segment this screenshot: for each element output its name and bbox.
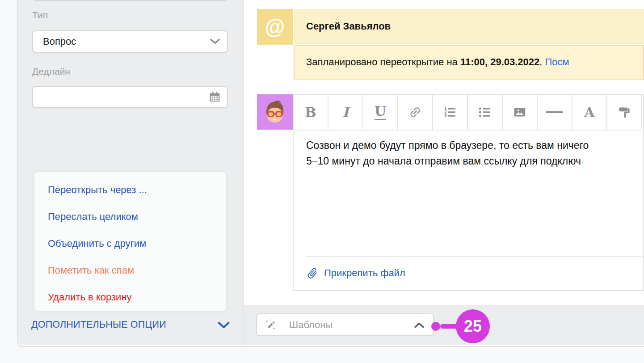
menu-item-merge-with-other[interactable]: Объединить с другим bbox=[34, 230, 226, 257]
at-icon: @ bbox=[265, 15, 285, 39]
reply-editor: B I U 123 bbox=[293, 94, 644, 291]
type-select[interactable]: Вопрос bbox=[32, 30, 228, 53]
deadline-field-label: Дедлайн bbox=[32, 66, 70, 77]
font-icon: A bbox=[584, 105, 594, 120]
ordered-list-button[interactable]: 123 bbox=[433, 95, 468, 130]
type-select-value: Вопрос bbox=[43, 31, 76, 52]
scheduled-reopen-notice: Запланировано переоткрытие на 11:00, 29.… bbox=[294, 45, 644, 80]
editor-toolbar: B I U 123 bbox=[294, 95, 643, 131]
horizontal-rule-icon bbox=[546, 110, 563, 114]
magic-wand-icon bbox=[264, 318, 278, 332]
menu-item-mark-as-spam[interactable]: Пометить как спам bbox=[34, 257, 226, 284]
memoji-face bbox=[261, 99, 288, 126]
italic-icon: I bbox=[342, 105, 349, 120]
underline-icon: U bbox=[375, 105, 386, 120]
author-name: Сергей Завьялов bbox=[306, 21, 391, 32]
menu-item-forward-whole[interactable]: Переслать целиком bbox=[34, 203, 226, 230]
menu-item-reopen-after[interactable]: Переоткрыть через ... bbox=[34, 177, 226, 203]
editor-body-text[interactable]: Созвон и демо будут прямо в браузере, то… bbox=[306, 138, 643, 169]
format-paint-button[interactable] bbox=[607, 95, 642, 130]
attach-file-button[interactable]: Прикрепить файл bbox=[306, 267, 405, 279]
chevron-down-icon[interactable] bbox=[218, 321, 230, 329]
link-icon bbox=[408, 106, 422, 119]
more-options-toggle[interactable]: ДОПОЛНИТЕЛЬНЫЕ ОПЦИИ bbox=[31, 319, 166, 330]
view-notice-link[interactable]: Посм bbox=[545, 56, 569, 68]
attach-file-label: Прикрепить файл bbox=[324, 267, 405, 279]
agent-avatar bbox=[257, 94, 293, 130]
paperclip-icon bbox=[306, 267, 319, 279]
editor-line: Созвон и демо будут прямо в браузере, то… bbox=[306, 138, 643, 153]
annotation-badge-number: 25 bbox=[464, 317, 482, 336]
editor-line: 5–10 минут до начала отправим вам ссылку… bbox=[306, 153, 643, 169]
bold-icon: B bbox=[305, 105, 316, 120]
deadline-date-input[interactable] bbox=[32, 86, 228, 108]
bullet-list-button[interactable] bbox=[468, 95, 503, 130]
ticket-actions-menu: Переоткрыть через ... Переслать целиком … bbox=[34, 171, 227, 312]
insert-link-button[interactable] bbox=[398, 95, 433, 130]
horizontal-rule-button[interactable] bbox=[538, 95, 572, 130]
underline-button[interactable]: U bbox=[363, 95, 398, 130]
email-channel-avatar: @ bbox=[257, 9, 293, 45]
ordered-list-icon: 123 bbox=[443, 105, 457, 119]
annotation-anchor-dot bbox=[431, 322, 440, 331]
svg-text:3: 3 bbox=[444, 114, 447, 118]
sidebar-main-divider bbox=[243, 0, 244, 345]
toolbar-overflow bbox=[642, 95, 643, 130]
attach-divider bbox=[306, 256, 643, 257]
bold-button[interactable]: B bbox=[294, 95, 328, 130]
cropped-field-above bbox=[32, 0, 228, 1]
italic-button[interactable]: I bbox=[328, 95, 363, 130]
notice-datetime: 11:00, 29.03.2022 bbox=[460, 56, 539, 68]
font-style-button[interactable]: A bbox=[572, 95, 607, 130]
annotation-badge: 25 bbox=[456, 309, 490, 343]
notice-text: Запланировано переоткрытие на bbox=[306, 56, 460, 68]
insert-image-button[interactable] bbox=[503, 95, 538, 130]
bullet-list-icon bbox=[478, 105, 492, 119]
helpdesk-ticket-screen: { "sidebar": { "type_label": "Тип", "typ… bbox=[0, 0, 644, 363]
image-icon bbox=[513, 106, 526, 119]
templates-dropdown[interactable]: Шаблоны bbox=[256, 313, 434, 336]
message-author-header: Сергей Завьялов bbox=[294, 9, 644, 44]
format-paint-icon bbox=[618, 106, 631, 119]
chevron-up-icon[interactable] bbox=[414, 322, 424, 328]
templates-placeholder: Шаблоны bbox=[289, 314, 333, 335]
calendar-icon[interactable] bbox=[209, 91, 221, 103]
type-field-label: Тип bbox=[32, 10, 48, 21]
menu-item-delete-to-trash[interactable]: Удалить в корзину bbox=[34, 284, 226, 311]
chevron-down-icon bbox=[210, 39, 220, 45]
